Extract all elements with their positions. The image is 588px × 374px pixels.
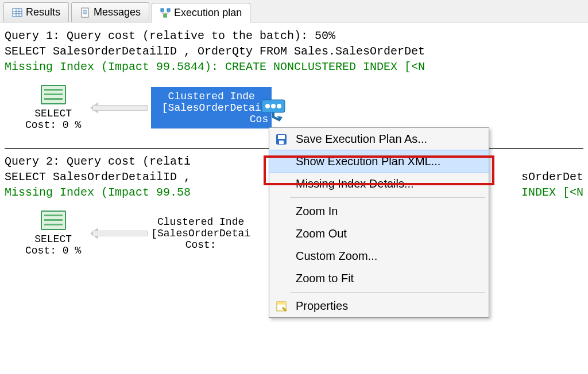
query-1-header: Query 1: Query cost (relative to the bat… bbox=[5, 28, 583, 44]
tab-results[interactable]: Results bbox=[3, 2, 69, 22]
tab-execution-plan[interactable]: Execution plan bbox=[152, 3, 250, 22]
menu-zoom-to-fit-label: Zoom to Fit bbox=[296, 272, 354, 285]
context-menu: Save Execution Plan As... Show Execution… bbox=[269, 127, 489, 318]
svg-rect-5 bbox=[82, 8, 88, 17]
menu-separator bbox=[290, 197, 485, 198]
menu-properties[interactable]: Properties bbox=[269, 295, 489, 317]
svg-rect-10 bbox=[167, 9, 170, 11]
plan-root-icon bbox=[260, 99, 287, 124]
select-operator-icon bbox=[41, 85, 66, 104]
menu-save-execution-plan[interactable]: Save Execution Plan As... bbox=[269, 128, 489, 150]
select-operator-cost: Cost: 0 % bbox=[25, 119, 81, 131]
menu-custom-zoom-label: Custom Zoom... bbox=[296, 250, 377, 263]
query-1-plan-row: SELECT Cost: 0 % Clustered Inde [SalesOr… bbox=[5, 85, 583, 131]
scan2-line-1: Clustered Inde bbox=[157, 216, 244, 228]
tab-execution-plan-label: Execution plan bbox=[174, 7, 242, 19]
clustered-index-scan-node-selected[interactable]: Clustered Inde [SalesOrderDetai Cos bbox=[151, 87, 272, 128]
menu-zoom-in[interactable]: Zoom In bbox=[269, 200, 489, 223]
select-operator-icon bbox=[41, 211, 66, 230]
select-operator-node-2[interactable]: SELECT Cost: 0 % bbox=[25, 211, 81, 256]
svg-point-15 bbox=[277, 104, 281, 108]
svg-rect-21 bbox=[277, 302, 286, 305]
query-1-sql: SELECT SalesOrderDetailID , OrderQty FRO… bbox=[5, 44, 583, 59]
menu-zoom-out[interactable]: Zoom Out bbox=[269, 223, 489, 245]
select-operator-label: SELECT bbox=[34, 233, 72, 245]
menu-custom-zoom[interactable]: Custom Zoom... bbox=[269, 245, 489, 267]
svg-rect-18 bbox=[278, 135, 285, 139]
query-2-missing-tail: INDEX [<N bbox=[521, 185, 583, 200]
properties-icon bbox=[275, 300, 288, 313]
menu-zoom-in-label: Zoom In bbox=[296, 205, 338, 218]
svg-rect-9 bbox=[161, 9, 164, 11]
menu-separator bbox=[290, 292, 485, 293]
scan2-line-2: [SalesOrderDetai bbox=[151, 228, 250, 239]
select-operator-label: SELECT bbox=[34, 108, 72, 119]
query-2-sql-tail: sOrderDet bbox=[521, 169, 583, 185]
tab-messages[interactable]: Messages bbox=[71, 2, 149, 22]
menu-show-execution-plan-xml[interactable]: Show Execution Plan XML... bbox=[269, 150, 489, 173]
grid-icon bbox=[12, 7, 22, 18]
menu-missing-label: Missing Index Details... bbox=[296, 177, 414, 190]
menu-missing-index-details[interactable]: Missing Index Details... bbox=[269, 173, 489, 195]
menu-zoom-out-label: Zoom Out bbox=[296, 227, 347, 240]
menu-save-label: Save Execution Plan As... bbox=[296, 133, 427, 146]
query-1-missing-index[interactable]: Missing Index (Impact 99.5844): CREATE N… bbox=[5, 59, 583, 75]
menu-properties-label: Properties bbox=[296, 299, 348, 313]
scan-line-1: Clustered Inde bbox=[168, 91, 255, 102]
document-icon bbox=[80, 7, 90, 18]
execution-plan-icon bbox=[160, 8, 171, 18]
svg-point-13 bbox=[265, 104, 270, 108]
tab-results-label: Results bbox=[26, 6, 60, 18]
tab-bar: Results Messages Execution plan bbox=[0, 0, 588, 22]
svg-point-14 bbox=[271, 104, 276, 108]
query-2-missing-index[interactable]: Missing Index (Impact 99.58 bbox=[5, 185, 191, 200]
scan2-line-3: Cost: bbox=[185, 239, 216, 251]
data-flow-arrow bbox=[84, 103, 148, 113]
svg-rect-11 bbox=[164, 14, 167, 17]
save-icon bbox=[275, 133, 288, 146]
select-operator-cost: Cost: 0 % bbox=[25, 245, 81, 256]
svg-rect-0 bbox=[13, 9, 22, 17]
data-flow-arrow bbox=[84, 228, 148, 239]
menu-zoom-to-fit[interactable]: Zoom to Fit bbox=[269, 267, 489, 290]
query-2-sql: SELECT SalesOrderDetailID , bbox=[5, 169, 191, 185]
clustered-index-scan-node-2[interactable]: Clustered Inde [SalesOrderDetai Cost: bbox=[151, 216, 250, 251]
scan-line-2: [SalesOrderDetai bbox=[162, 102, 261, 114]
tab-messages-label: Messages bbox=[94, 6, 141, 18]
menu-xml-label: Show Execution Plan XML... bbox=[296, 155, 440, 168]
select-operator-node[interactable]: SELECT Cost: 0 % bbox=[25, 85, 81, 131]
svg-rect-19 bbox=[279, 141, 284, 144]
